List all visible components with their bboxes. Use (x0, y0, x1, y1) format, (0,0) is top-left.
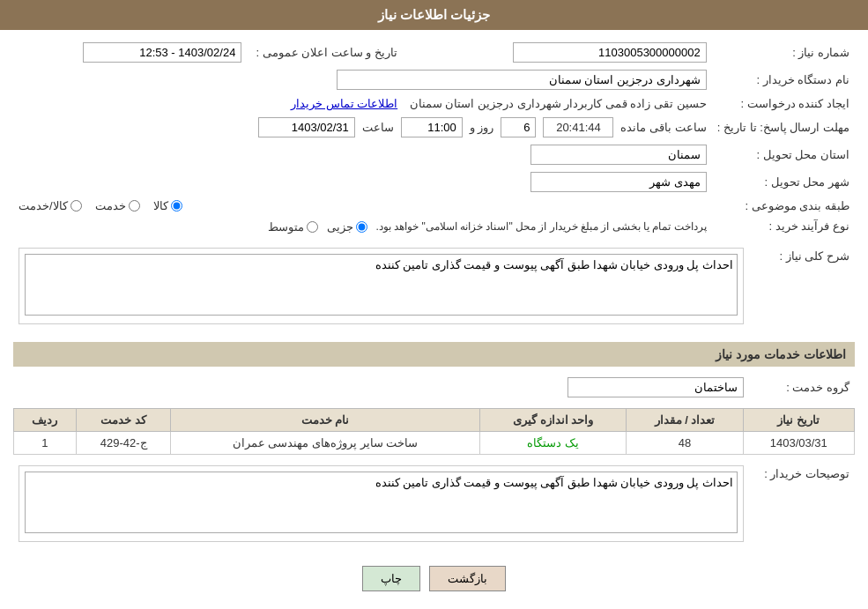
nam-dastgah-input[interactable] (337, 70, 707, 90)
mohlat-date-input[interactable] (258, 117, 355, 137)
khadamat-section-title: اطلاعات خدمات مورد نیاز (13, 342, 855, 367)
shomare-niaz-label: شماره نیاز : (712, 39, 855, 66)
noe-farayand-label: نوع فرآیند خرید : (712, 216, 855, 237)
tabaqe-bandi-label: طبقه بندی موضوعی : (712, 196, 855, 216)
radio-jozi: جزیی (327, 220, 367, 234)
rooz-label: روز و (470, 121, 494, 134)
sharh-table: شرح کلی نیاز : (13, 244, 855, 335)
top-info-table: شماره نیاز : تاریخ و ساعت اعلان عمومی : … (13, 39, 855, 237)
shomare-niaz-input[interactable] (513, 42, 707, 63)
col-code-khedmat: کد خدمت (76, 408, 171, 431)
tosih-khridar-label: توصیحات خریدار : (749, 462, 855, 553)
saat-input[interactable] (401, 117, 463, 137)
radio-kala: کالا (153, 199, 182, 212)
remaining-label: ساعت باقی مانده (620, 121, 706, 134)
ostan-tahvil-label: استان محل تحویل : (712, 141, 855, 168)
tosih-khridar-textarea[interactable] (25, 472, 738, 533)
ostan-tahvil-input[interactable] (530, 145, 707, 165)
saat-label: ساعت (362, 121, 394, 134)
farayand-note: پرداخت تمام یا بخشی از مبلغ خریدار از مح… (376, 220, 707, 233)
mohlat-label: مهلت ارسال پاسخ: تا تاریخ : (712, 114, 855, 141)
table-row: 1403/03/3148یک دستگاهساخت سایر پروژه‌های… (14, 431, 855, 454)
footer-buttons: بازگشت چاپ (13, 566, 855, 591)
content-area: شماره نیاز : تاریخ و ساعت اعلان عمومی : … (0, 30, 868, 609)
radio-jozi-input[interactable] (356, 221, 367, 233)
shahr-tahvil-input[interactable] (530, 172, 707, 192)
cell-vahed_andaze: یک دستگاه (479, 431, 627, 454)
print-button[interactable]: چاپ (362, 566, 420, 591)
tosih-khridar-box (19, 465, 744, 542)
radio-khedmat-input[interactable] (129, 200, 140, 212)
date-spacer: ساعت روز و 20:41:44 ساعت باقی مانده (258, 117, 707, 137)
grohe-khedmat-label: گروه خدمت : (749, 374, 855, 401)
remaining-value: 20:41:44 (543, 117, 613, 137)
col-radif: ردیف (14, 408, 77, 431)
sharh-koli-box (19, 248, 744, 324)
back-button[interactable]: بازگشت (429, 566, 506, 591)
shahr-tahvil-label: شهر محل تحویل : (712, 168, 855, 196)
cell-tarikh_niaz: 1403/03/31 (743, 431, 854, 454)
col-name-khedmat: نام خدمت (171, 408, 479, 431)
grohe-khedmat-input[interactable] (568, 377, 744, 397)
radio-jozi-label: جزیی (327, 220, 353, 234)
rooz-input[interactable] (501, 117, 536, 137)
noe-farayand-group: متوسط جزیی پرداخت تمام یا بخشی از مبلغ خ… (268, 220, 707, 234)
col-tarikh-niaz: تاریخ نیاز (743, 408, 854, 431)
radio-motovaset-input[interactable] (307, 221, 318, 233)
cell-tedad_megdar: 48 (627, 431, 743, 454)
radio-kala-input[interactable] (171, 200, 182, 212)
page-wrapper: جزئیات اطلاعات نیاز شماره نیاز : تاریخ و… (0, 0, 868, 609)
ijad-konande-value: حسین تقی زاده قمی کاربردار شهرداری درجزی… (410, 97, 707, 110)
cell-code_khedmat: ج-42-429 (76, 431, 171, 454)
tabaqe-bandi-group: کالا/خدمت خدمت کالا (19, 199, 707, 212)
ijad-konande-label: ایجاد کننده درخواست : (712, 93, 855, 114)
page-header: جزئیات اطلاعات نیاز (0, 0, 868, 30)
tosih-table: توصیحات خریدار : (13, 462, 855, 553)
col-vahed-andaze: واحد اندازه گیری (479, 408, 627, 431)
page-title: جزئیات اطلاعات نیاز (378, 7, 490, 22)
radio-kala-khedmat-input[interactable] (70, 200, 82, 212)
services-table: تاریخ نیاز تعداد / مقدار واحد اندازه گیر… (13, 408, 855, 455)
radio-kala-khedmat-label: کالا/خدمت (19, 199, 68, 212)
sharh-koli-label: شرح کلی نیاز : (749, 244, 855, 335)
radio-khedmat-label: خدمت (95, 199, 126, 212)
radio-kala-khedmat: کالا/خدمت (19, 199, 82, 212)
nam-dastgah-label: نام دستگاه خریدار : (712, 66, 855, 93)
date-announce-label: تاریخ و ساعت اعلان عمومی : (247, 39, 403, 66)
ettelaat-tamas-link[interactable]: اطلاعات تماس خریدار (291, 97, 397, 110)
cell-name_khedmat: ساخت سایر پروژه‌های مهندسی عمران (171, 431, 479, 454)
radio-motovaset: متوسط (268, 220, 318, 234)
grohe-khedmat-table: گروه خدمت : (13, 374, 855, 401)
date-announce-input[interactable] (83, 42, 241, 63)
sharh-koli-textarea[interactable] (25, 254, 738, 316)
radio-kala-label: کالا (153, 199, 168, 212)
radio-khedmat: خدمت (95, 199, 140, 212)
radio-motovaset-label: متوسط (268, 220, 304, 234)
col-tedad-megdar: تعداد / مقدار (627, 408, 743, 431)
cell-radif: 1 (14, 431, 77, 454)
